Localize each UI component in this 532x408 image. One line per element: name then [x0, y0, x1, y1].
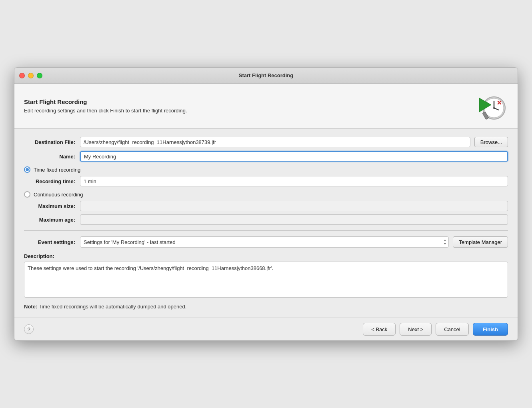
name-row: Name: [24, 151, 508, 162]
event-select-wrapper: Settings for 'My Recording' - last start… [80, 236, 449, 248]
max-size-input[interactable] [80, 201, 508, 211]
traffic-lights [19, 73, 42, 78]
destination-row: Destination File: Browse... [24, 137, 508, 147]
destination-input[interactable] [80, 137, 470, 147]
time-fixed-radio[interactable] [24, 166, 30, 173]
window-title: Start Flight Recording [239, 72, 294, 78]
note-bold: Note: [24, 304, 39, 310]
page-subtitle: Edit recording settings and then click F… [24, 108, 187, 114]
event-settings-row: Event settings: Settings for 'My Recordi… [24, 236, 508, 248]
continuous-radio[interactable] [24, 191, 30, 198]
window: Start Flight Recording Start Flight Reco… [14, 67, 518, 341]
max-size-label: Maximum size: [24, 203, 80, 209]
finish-button[interactable]: Finish [473, 323, 508, 336]
next-button[interactable]: Next > [400, 323, 432, 336]
page-title: Start Flight Recording [24, 98, 187, 105]
description-label: Description: [24, 253, 508, 259]
titlebar: Start Flight Recording [14, 68, 518, 84]
time-fixed-label: Time fixed recording [34, 167, 80, 173]
note-section: Note: Time fixed recordings will be auto… [24, 304, 508, 310]
browse-button[interactable]: Browse... [474, 137, 508, 147]
footer-right: < Back Next > Cancel Finish [363, 323, 508, 336]
description-textarea[interactable]: These settings were used to start the re… [24, 262, 508, 298]
event-settings-select[interactable]: Settings for 'My Recording' - last start… [80, 236, 449, 248]
max-age-row: Maximum age: [24, 214, 508, 225]
continuous-section: Continuous recording Maximum size: Maxim… [24, 191, 508, 225]
continuous-label: Continuous recording [34, 192, 83, 198]
note-text: Time fixed recordings will be automatica… [39, 304, 187, 310]
footer-left: ? [24, 324, 34, 334]
recording-time-row: Recording time: [24, 176, 508, 186]
main-content: Destination File: Browse... Name: Time f… [14, 129, 518, 318]
max-size-row: Maximum size: [24, 201, 508, 211]
header-text: Start Flight Recording Edit recording se… [24, 98, 187, 114]
back-button[interactable]: < Back [363, 323, 396, 336]
divider-1 [24, 230, 508, 231]
minimize-button[interactable] [28, 73, 34, 78]
header-icon [476, 90, 508, 122]
close-button[interactable] [19, 73, 25, 78]
header-section: Start Flight Recording Edit recording se… [14, 84, 518, 129]
footer: ? < Back Next > Cancel Finish [14, 318, 518, 340]
time-fixed-section: Time fixed recording Recording time: [24, 166, 508, 186]
cancel-button[interactable]: Cancel [436, 323, 468, 336]
destination-label: Destination File: [24, 139, 80, 145]
event-settings-label: Event settings: [24, 239, 80, 245]
name-label: Name: [24, 154, 80, 160]
svg-point-4 [493, 107, 495, 109]
name-input[interactable] [80, 151, 508, 162]
maximize-button[interactable] [37, 73, 42, 78]
max-age-label: Maximum age: [24, 217, 80, 223]
continuous-radio-row: Continuous recording [24, 191, 508, 198]
description-section: Description: These settings were used to… [24, 253, 508, 299]
max-age-input[interactable] [80, 214, 508, 225]
recording-time-input[interactable] [80, 176, 508, 186]
help-button[interactable]: ? [24, 324, 34, 334]
recording-time-label: Recording time: [24, 178, 80, 184]
template-manager-button[interactable]: Template Manager [453, 236, 508, 248]
time-fixed-radio-row: Time fixed recording [24, 166, 508, 173]
